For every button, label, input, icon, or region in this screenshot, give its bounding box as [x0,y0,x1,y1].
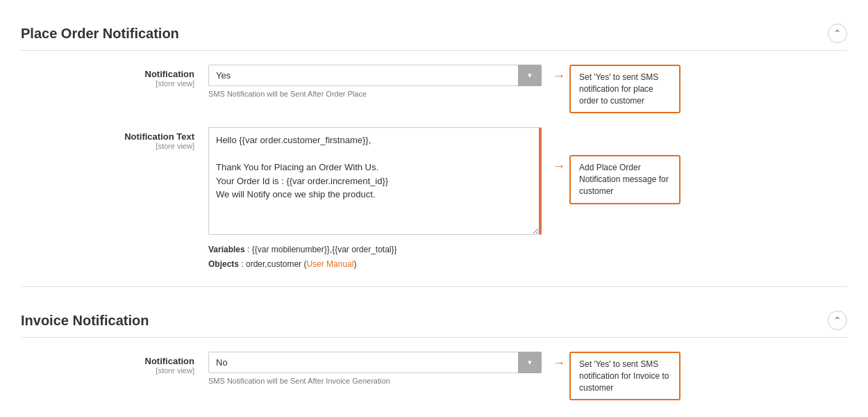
notification-row-2: Notification [store view] Yes No ▾ SMS N… [21,352,847,400]
notification-select-wrapper-2: Yes No ▾ [208,352,542,373]
invoice-header: Invoice Notification ⌃ [21,301,847,338]
notification-text-sublabel: [store view] [42,142,194,150]
arrow-icon-2: → [553,159,565,174]
notification-field-group-1: Yes No ▾ SMS Notification will be Sent A… [208,65,542,98]
notification-sublabel-2: [store view] [42,366,194,375]
notification-select-2[interactable]: Yes No [208,352,542,373]
annotation-group-2: → Add Place Order Notification message f… [553,155,681,204]
invoice-title: Invoice Notification [21,313,149,329]
arrow-icon-1: → [553,69,565,83]
invoice-collapse-button[interactable]: ⌃ [828,311,847,330]
notification-select-1[interactable]: Yes No [208,65,542,86]
variables-label: Variables [208,245,245,254]
notification-hint-1: SMS Notification will be Sent After Orde… [208,90,542,98]
arrow-icon-3: → [553,356,565,370]
annotation-box-2: Add Place Order Notification message for… [569,155,681,204]
collapse-icon-chevron: ⌃ [833,28,842,39]
invoice-section: Invoice Notification ⌃ Notification [sto… [21,301,847,400]
place-order-section: Place Order Notification ⌃ Notification … [21,14,847,272]
annotation-group-3: → Set 'Yes' to sent SMS notification for… [553,352,681,400]
place-order-header: Place Order Notification ⌃ [21,14,847,51]
section-divider [21,286,847,287]
annotation-box-3: Set 'Yes' to sent SMS notification for I… [569,352,681,400]
notification-textarea[interactable]: Hello {{var order.customer_firstname}}, … [208,127,542,235]
invoice-collapse-icon: ⌃ [833,315,842,326]
notification-text-field-group: Hello {{var order.customer_firstname}}, … [208,127,542,272]
notification-hint-2: SMS Notification will be Sent After Invo… [208,377,542,385]
annotation-group-1: → Set 'Yes' to sent SMS notification for… [553,65,681,113]
place-order-title: Place Order Notification [21,26,179,42]
notification-sublabel-1: [store view] [42,79,194,88]
annotation-box-1: Set 'Yes' to sent SMS notification for p… [569,65,681,113]
objects-line: Objects : order,customer (User Manual) [208,257,542,272]
notification-text-label-group: Notification Text [store view] [42,127,208,150]
notification-label-group-2: Notification [store view] [42,352,208,375]
notification-label-group-1: Notification [store view] [42,65,208,88]
notification-text-row: Notification Text [store view] Hello {{v… [21,127,847,272]
objects-label: Objects [208,259,239,269]
notification-label-2: Notification [42,356,194,366]
page-container: Place Order Notification ⌃ Notification … [0,0,868,417]
user-manual-link[interactable]: User Manual [306,259,353,269]
notification-select-wrapper-1: Yes No ▾ [208,65,542,86]
notification-label-1: Notification [42,69,194,79]
place-order-collapse-button[interactable]: ⌃ [828,24,847,43]
notification-field-group-2: Yes No ▾ SMS Notification will be Sent A… [208,352,542,385]
variables-line: Variables : {{var mobilenumber}},{{var o… [208,243,542,258]
notification-text-label: Notification Text [42,131,194,142]
variables-info: Variables : {{var mobilenumber}},{{var o… [208,243,542,272]
notification-row-1: Notification [store view] Yes No ▾ SMS N… [21,65,847,113]
